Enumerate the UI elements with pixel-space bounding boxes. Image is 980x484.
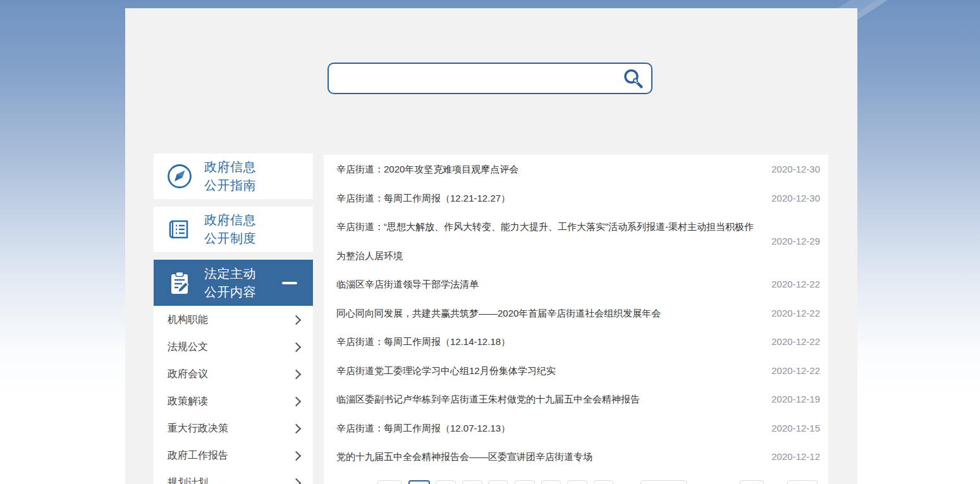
sidebar-menu-item[interactable]: 法规公文 [154,334,313,361]
article-title-link[interactable]: 辛店街道：每周工作周报（12.07-12.13） [336,414,757,443]
menu-item-label: 重大行政决策 [168,422,228,435]
sidebar-card-public-info-system[interactable]: 政府信息 公开制度 [154,207,313,252]
article-row: 辛店街道：每周工作周报（12.21-12.27） 2020-12-30 [324,184,828,213]
pagination-current-page-button[interactable] [408,480,430,484]
pagination-button[interactable] [436,480,456,484]
article-title-link[interactable]: 临淄区辛店街道领导干部学法清单 [336,270,757,299]
article-date: 2020-12-15 [771,423,820,433]
article-date: 2020-12-12 [771,451,820,462]
article-title-link[interactable]: 同心同向同发展，共建共赢共筑梦——2020年首届辛店街道社会组织发展年会 [336,299,757,328]
sidebar-card-label: 政府信息 公开指南 [204,158,256,195]
collapse-minus-icon [282,282,297,284]
search-icon [622,68,644,89]
pagination [324,480,828,484]
article-row: 辛店街道：“思想大解放、作风大转变、能力大提升、工作大落实”活动系列报道-渠村主… [324,212,828,270]
article-date: 2020-12-30 [771,193,820,203]
chevron-right-icon [291,478,302,484]
article-date: 2020-12-22 [771,279,820,289]
article-row: 辛店街道党工委理论学习中心组12月份集体学习纪实 2020-12-22 [324,356,828,385]
article-title-link[interactable]: 辛店街道：每周工作周报（12.14-12.18） [336,327,757,356]
sidebar-card-public-info-guide[interactable]: 政府信息 公开指南 [154,154,313,199]
menu-item-label: 规划计划 [168,476,208,484]
pagination-button[interactable] [640,480,687,484]
article-date: 2020-12-22 [771,308,820,318]
menu-item-label: 法规公文 [168,341,208,354]
menu-item-label: 政府会议 [168,368,208,381]
sidebar-menu-item[interactable]: 规划计划 [154,469,313,484]
article-title-link[interactable]: 辛店街道：“思想大解放、作风大转变、能力大提升、工作大落实”活动系列报道-渠村主… [336,212,757,270]
article-date: 2020-12-30 [771,164,820,174]
article-title-link[interactable]: 辛店街道党工委理论学习中心组12月份集体学习纪实 [336,356,757,385]
article-title-link[interactable]: 辛店街道：每周工作周报（12.21-12.27） [336,184,757,213]
article-list: 辛店街道：2020年攻坚克难项目观摩点评会 2020-12-30 辛店街道：每周… [324,155,828,484]
pagination-button[interactable] [462,480,482,484]
search-input[interactable] [329,64,621,93]
pagination-button[interactable] [787,480,818,484]
article-row: 辛店街道：每周工作周报（12.07-12.13） 2020-12-15 [324,414,828,443]
article-date: 2020-12-22 [771,336,820,347]
page-background: 政府信息 公开指南 政府信息 公开制度 [0,0,980,484]
pagination-button[interactable] [567,480,587,484]
pagination-button[interactable] [515,480,535,484]
sidebar-card-label: 政府信息 公开制度 [204,211,256,248]
article-date: 2020-12-19 [771,394,820,404]
sidebar: 政府信息 公开指南 政府信息 公开制度 [154,154,313,484]
article-row: 临淄区辛店街道领导干部学法清单 2020-12-22 [324,270,828,299]
sidebar-card-statutory-disclosure[interactable]: 法定主动 公开内容 [154,260,313,306]
search-button[interactable] [621,64,651,93]
article-date: 2020-12-29 [771,236,820,246]
article-title-link[interactable]: 辛店街道：2020年攻坚克难项目观摩点评会 [336,155,757,184]
sidebar-menu-item[interactable]: 机构职能 [154,306,313,334]
menu-item-label: 政府工作报告 [168,449,228,463]
content-panel: 政府信息 公开指南 政府信息 公开制度 [125,8,857,484]
sidebar-menu-item[interactable]: 重大行政决策 [154,415,313,442]
article-row: 临淄区委副书记卢华栋到辛店街道王朱村做党的十九届五中全会精神报告 2020-12… [324,385,828,414]
article-row: 党的十九届五中全会精神报告会——区委宣讲团辛店街道专场 2020-12-12 [324,442,828,471]
chevron-right-icon [291,397,302,407]
pagination-button[interactable] [594,480,613,484]
menu-item-label: 机构职能 [168,313,208,327]
pagination-button[interactable] [541,480,561,484]
article-row: 辛店街道：每周工作周报（12.14-12.18） 2020-12-22 [324,327,828,356]
compass-icon [166,162,193,190]
search-bar [328,63,652,94]
chevron-right-icon [291,424,302,434]
menu-item-label: 政策解读 [168,395,208,408]
article-row: 辛店街道：2020年攻坚克难项目观摩点评会 2020-12-30 [324,155,828,184]
chevron-right-icon [291,342,302,353]
article-title-link[interactable]: 党的十九届五中全会精神报告会——区委宣讲团辛店街道专场 [336,442,757,471]
article-date: 2020-12-22 [771,365,820,376]
sidebar-menu-item[interactable]: 政府会议 [154,361,313,388]
sidebar-menu-item[interactable]: 政府工作报告 [154,442,313,469]
article-title-link[interactable]: 临淄区委副书记卢华栋到辛店街道王朱村做党的十九届五中全会精神报告 [336,385,757,414]
book-icon [166,215,193,243]
sidebar-card-label: 法定主动 公开内容 [204,265,256,301]
sidebar-submenu: 机构职能 法规公文 政府会议 政策解读 重大行政决策 政府工作报告 规划计划 [154,306,313,484]
article-row: 同心同向同发展，共建共赢共筑梦——2020年首届辛店街道社会组织发展年会 202… [324,299,828,328]
pagination-button[interactable] [488,480,508,484]
clipboard-pencil-icon [166,269,193,297]
chevron-right-icon [291,451,302,461]
sidebar-menu-item[interactable]: 政策解读 [154,388,313,415]
pagination-button[interactable] [740,480,764,484]
pagination-button[interactable] [377,480,401,484]
chevron-right-icon [291,315,302,325]
chevron-right-icon [291,370,302,380]
